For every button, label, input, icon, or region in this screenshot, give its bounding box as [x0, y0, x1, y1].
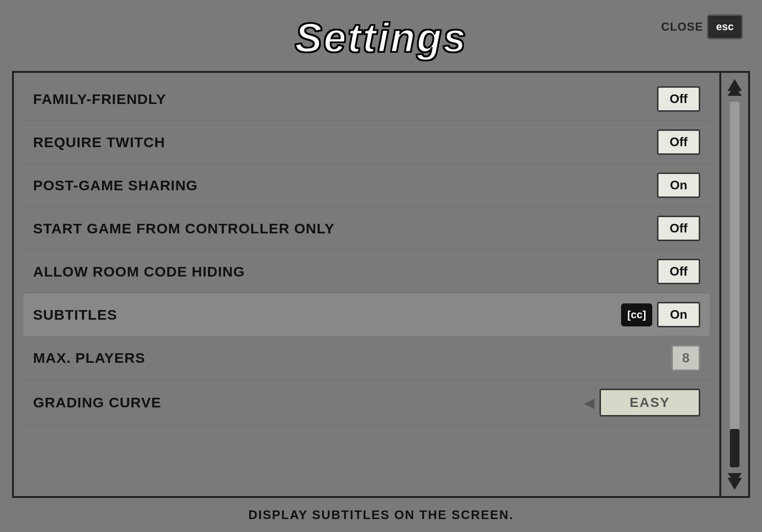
setting-label-require-twitch: Require Twitch	[33, 134, 165, 150]
close-area: Close esc	[661, 14, 743, 39]
setting-controls-family-friendly: Off	[657, 86, 700, 112]
main-area: Family-Friendly Off Require Twitch Off P…	[12, 71, 750, 498]
setting-row-family-friendly: Family-Friendly Off	[23, 78, 710, 121]
setting-label-subtitles: Subtitles	[33, 307, 117, 323]
setting-row-start-game-controller: Start Game From Controller Only Off	[23, 207, 710, 250]
scroll-up-icon	[725, 77, 744, 96]
setting-row-post-game-sharing: Post-Game Sharing On	[23, 164, 710, 207]
setting-label-max-players: Max. Players	[33, 350, 145, 366]
scroll-track	[730, 102, 739, 467]
setting-controls-start-game-controller: Off	[657, 216, 700, 241]
footer-text: Display Subtitles on the Screen.	[248, 508, 514, 522]
title-bar: Settings Close esc	[0, 0, 762, 71]
setting-controls-require-twitch: Off	[657, 129, 700, 155]
toggle-family-friendly[interactable]: Off	[657, 86, 700, 112]
toggle-subtitles[interactable]: On	[657, 302, 700, 327]
setting-label-post-game-sharing: Post-Game Sharing	[33, 177, 198, 194]
scroll-thumb[interactable]	[730, 429, 739, 467]
esc-button[interactable]: esc	[707, 14, 743, 39]
toggle-post-game-sharing[interactable]: On	[657, 173, 700, 198]
scroll-up-button[interactable]	[724, 76, 745, 97]
setting-row-allow-room-code-hiding: Allow Room Code Hiding Off	[23, 250, 710, 293]
setting-controls-post-game-sharing: On	[657, 173, 700, 198]
close-label: Close	[661, 20, 704, 34]
setting-controls-allow-room-code-hiding: Off	[657, 259, 700, 284]
footer-bar: Display Subtitles on the Screen.	[0, 498, 762, 532]
toggle-allow-room-code-hiding[interactable]: Off	[657, 259, 700, 284]
setting-controls-subtitles: [cc] On	[621, 302, 700, 327]
setting-label-grading-curve: Grading Curve	[33, 394, 161, 411]
scrollbar	[721, 71, 750, 498]
setting-label-start-game-controller: Start Game From Controller Only	[33, 220, 335, 237]
settings-panel: Family-Friendly Off Require Twitch Off P…	[12, 71, 721, 498]
setting-row-require-twitch: Require Twitch Off	[23, 121, 710, 164]
max-players-value: 8	[671, 345, 700, 371]
grading-curve-value[interactable]: EASY	[600, 389, 700, 416]
setting-row-max-players: Max. Players 8	[23, 336, 710, 380]
setting-controls-grading-curve: ◀ EASY	[584, 389, 700, 416]
grading-curve-left-arrow[interactable]: ◀	[584, 395, 595, 411]
toggle-require-twitch[interactable]: Off	[657, 129, 700, 155]
setting-label-family-friendly: Family-Friendly	[33, 91, 166, 107]
setting-row-subtitles: Subtitles [cc] On	[23, 293, 710, 336]
setting-row-grading-curve: Grading Curve ◀ EASY	[23, 380, 710, 426]
setting-label-allow-room-code-hiding: Allow Room Code Hiding	[33, 264, 245, 280]
cc-badge-button[interactable]: [cc]	[621, 303, 652, 326]
setting-controls-max-players: 8	[671, 345, 700, 371]
scroll-down-icon	[725, 473, 744, 492]
toggle-start-game-controller[interactable]: Off	[657, 216, 700, 241]
page-title: Settings	[295, 14, 467, 61]
scroll-down-button[interactable]	[724, 472, 745, 493]
